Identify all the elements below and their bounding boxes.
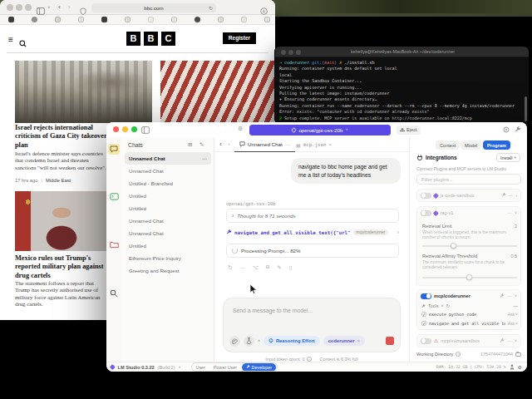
bookmark-favicon[interactable] xyxy=(101,17,107,22)
chevron-up-icon[interactable]: ˄ xyxy=(179,365,181,370)
nav-forward-icon[interactable]: › xyxy=(228,140,230,148)
tab-model[interactable]: Model xyxy=(461,140,481,150)
hamburger-menu-icon[interactable]: ≡ xyxy=(8,35,13,44)
rail-chat-icon[interactable] xyxy=(108,144,120,155)
wrench-icon[interactable] xyxy=(500,293,505,298)
rail-models-folder-icon[interactable] xyxy=(108,239,120,250)
more-icon[interactable]: ⋯ xyxy=(507,210,512,215)
terminal-output[interactable]: → coderunner git:(main) ✗ ./install.sh R… xyxy=(275,57,527,124)
collapse-icon[interactable]: ˅ xyxy=(515,293,517,298)
wrench-icon[interactable] xyxy=(515,126,521,134)
open-folder-icon[interactable] xyxy=(515,352,521,357)
regenerate-icon[interactable]: ↻ xyxy=(228,264,232,270)
mode-power-user[interactable]: Power User xyxy=(209,365,241,370)
message-input[interactable]: Send a message to the model... xyxy=(233,308,313,313)
new-chat-icon[interactable]: ✎ xyxy=(200,141,204,148)
tab-context[interactable]: Context xyxy=(436,140,460,150)
minimize-button[interactable] xyxy=(16,4,22,11)
chat-list-item[interactable]: Unnamed Chat xyxy=(125,165,211,177)
plugin-toggle[interactable] xyxy=(421,293,431,299)
bookmark-favicon[interactable] xyxy=(32,17,37,22)
wrench-icon[interactable] xyxy=(500,338,505,343)
bookmark-favicon[interactable] xyxy=(241,17,247,22)
model-selector[interactable]: openai/gpt-oss-20b ˅ xyxy=(249,125,391,135)
app-version[interactable]: LM Studio 0.3.22 xyxy=(118,365,155,370)
copy-icon[interactable]: ⧉ xyxy=(266,264,270,270)
chevron-right-icon[interactable]: › xyxy=(397,229,399,235)
bookmark-favicon[interactable] xyxy=(171,17,177,22)
chevron-up-icon[interactable]: ˄ xyxy=(258,338,260,343)
tool-permission[interactable]: Ask ˅ xyxy=(508,322,518,326)
working-directory-value[interactable]: 1754744471044 xyxy=(480,352,513,357)
remove-icon[interactable]: × xyxy=(357,338,361,343)
eject-model-button[interactable]: Eject xyxy=(397,126,421,135)
edit-icon[interactable]: ✎ xyxy=(277,264,281,270)
bookmark-favicon[interactable] xyxy=(218,17,224,22)
install-button[interactable]: Install ▾ xyxy=(496,153,520,162)
article-image-mexico[interactable] xyxy=(15,191,108,251)
close-button[interactable] xyxy=(7,4,13,11)
chevron-down-icon[interactable]: ˅ xyxy=(47,5,51,10)
reasoning-effort-pill[interactable]: Reasoning Effort xyxy=(264,336,320,346)
reload-icon[interactable]: ↻ xyxy=(209,5,213,11)
expand-icon[interactable]: › xyxy=(515,193,517,198)
address-bar[interactable]: bbc.com ↻ xyxy=(91,3,216,12)
close-tab-icon[interactable]: × xyxy=(329,142,332,147)
chat-list-item[interactable]: Unnamed Chat xyxy=(125,214,211,227)
collapse-icon[interactable]: ˅ xyxy=(515,210,517,215)
chat-list-item[interactable]: Untitled xyxy=(125,202,211,214)
chevron-down-icon[interactable]: ˅ xyxy=(441,303,444,308)
affinity-threshold-slider[interactable] xyxy=(422,274,517,280)
chat-list-item[interactable]: Ethereum Price Inquiry xyxy=(125,252,211,264)
chat-list-item[interactable]: Greeting and Request xyxy=(125,264,211,277)
gear-icon[interactable]: ⚙ xyxy=(238,126,243,132)
plugin-toggle[interactable] xyxy=(421,210,431,216)
back-icon[interactable]: ‹ xyxy=(58,3,61,11)
new-folder-icon[interactable]: ⊞ xyxy=(188,141,192,148)
bbc-logo-c[interactable]: C xyxy=(161,32,175,46)
plugin-toggle[interactable] xyxy=(421,338,431,344)
tool-permission[interactable]: Ask ˅ xyxy=(508,313,518,317)
chat-list-item[interactable]: Unnamed Chat xyxy=(125,227,211,239)
refresh-icon[interactable]: ↻ xyxy=(446,303,451,308)
experiment-button[interactable] xyxy=(244,336,254,347)
status-ring-icon[interactable] xyxy=(503,126,510,134)
minimize-button[interactable] xyxy=(122,126,128,132)
more-icon[interactable]: ⋯ xyxy=(239,264,244,270)
chat-list-item[interactable]: Untitled xyxy=(125,190,211,202)
rail-developer-icon[interactable] xyxy=(108,191,120,202)
user-icon[interactable] xyxy=(510,364,515,370)
register-button[interactable]: Register xyxy=(223,32,256,44)
mode-developer[interactable]: Developer xyxy=(242,363,277,372)
retrieval-limit-slider[interactable] xyxy=(422,243,517,249)
close-button[interactable] xyxy=(113,126,119,132)
info-icon[interactable]: ? xyxy=(456,352,461,357)
bookmark-favicon[interactable] xyxy=(8,17,14,22)
bookmark-favicon[interactable] xyxy=(55,17,61,22)
user-message-bubble[interactable]: navigate to bbc home page and get me a l… xyxy=(291,158,401,184)
bookmark-favicon[interactable] xyxy=(125,17,131,22)
sidebar-toggle-icon[interactable] xyxy=(141,126,150,135)
filter-plugins-input[interactable]: Filter plugins... xyxy=(416,174,521,185)
bbc-search-icon[interactable] xyxy=(19,36,27,51)
tool-checkbox[interactable]: ✓ xyxy=(421,321,426,326)
tab-more-icon[interactable]: ⋯ xyxy=(285,141,290,147)
bbc-logo-b2[interactable]: B xyxy=(144,32,158,46)
more-icon[interactable]: ⋯ xyxy=(509,193,514,198)
terminal-scrollbar[interactable] xyxy=(525,96,527,121)
bookmark-favicon[interactable] xyxy=(78,17,84,22)
rail-search-icon[interactable] xyxy=(108,288,120,298)
chat-list-item[interactable]: Unnamed Chat⋯ xyxy=(125,152,211,165)
more-icon[interactable]: ⋯ xyxy=(507,293,512,298)
tool-name[interactable]: execute_python_code xyxy=(429,312,476,317)
collapse-tools-icon[interactable]: — xyxy=(514,303,518,308)
mode-user[interactable]: User xyxy=(192,365,209,370)
collapse-icon[interactable]: ˅ xyxy=(515,338,517,343)
branch-icon[interactable]: ⌥ xyxy=(253,264,259,270)
attach-file-button[interactable] xyxy=(229,336,240,347)
zoom-button[interactable] xyxy=(131,126,137,132)
bookmark-favicon[interactable] xyxy=(148,17,154,22)
tab-mcp-json[interactable]: ▤ mcp.json × xyxy=(291,137,337,152)
coderunner-pill[interactable]: coderunner × xyxy=(323,336,365,346)
article-headline[interactable]: Israel rejects international criticism o… xyxy=(15,124,111,150)
